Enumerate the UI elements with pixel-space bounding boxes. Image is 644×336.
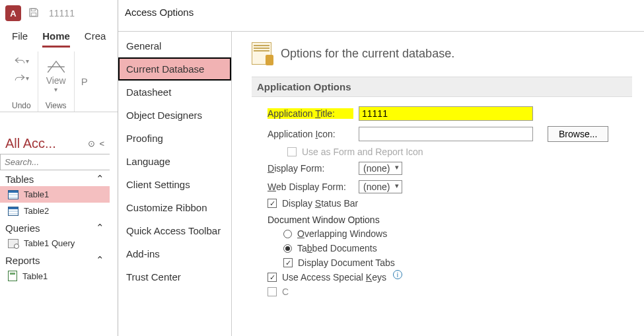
category-client-settings[interactable]: Client Settings <box>118 173 231 196</box>
tab-home[interactable]: Home <box>42 28 70 48</box>
category-trust-center[interactable]: Trust Center <box>118 265 231 288</box>
nav-dropdown-icon[interactable]: ⊙ <box>88 139 95 149</box>
report-icon <box>8 271 17 281</box>
ribbon-group-views: View ▾ Views <box>38 51 75 112</box>
category-current-database[interactable]: Current Database <box>118 57 231 81</box>
nav-section-queries[interactable]: Queries⌃ <box>0 219 110 235</box>
nav-item-table2[interactable]: Table2 <box>0 203 110 219</box>
display-form-label: Display Form: <box>268 163 353 174</box>
collapse-icon[interactable]: ⌃ <box>96 222 104 234</box>
ribbon-group-label: Views <box>46 100 67 112</box>
table-icon <box>8 190 18 199</box>
ribbon-group-label: Undo <box>12 100 31 112</box>
nav-item-query1[interactable]: Table1 Query <box>0 235 110 252</box>
options-category-list: General Current Database Datasheet Objec… <box>118 31 232 336</box>
web-display-form-select[interactable]: (none) <box>359 180 402 193</box>
collapse-icon[interactable]: ⌃ <box>96 254 104 266</box>
compact-cutoff-row[interactable]: C <box>252 285 632 299</box>
overlapping-windows-radio[interactable] <box>283 230 292 238</box>
database-icon <box>252 42 271 65</box>
overlapping-windows-row[interactable]: Overlapping Windows <box>252 226 632 241</box>
browse-button[interactable]: Browse... <box>548 126 608 142</box>
app-icon-label: Application Icon: <box>268 129 353 139</box>
svg-rect-1 <box>31 13 36 16</box>
tabbed-documents-row[interactable]: Tabbed Documents <box>252 241 632 255</box>
search-input[interactable] <box>1 154 120 170</box>
access-app-icon: A <box>5 5 21 21</box>
special-keys-checkbox[interactable] <box>268 273 277 282</box>
nav-search[interactable] <box>0 154 110 170</box>
tab-file[interactable]: File <box>12 28 28 48</box>
display-status-bar-checkbox[interactable] <box>268 199 277 208</box>
tabbed-documents-radio[interactable] <box>283 244 292 253</box>
display-doc-tabs-checkbox[interactable] <box>283 258 293 267</box>
nav-item-table1[interactable]: Table1 <box>0 186 110 203</box>
chevron-down-icon: ▾ <box>54 86 57 93</box>
display-status-bar-row[interactable]: Display Status Bar <box>252 196 632 211</box>
category-qat[interactable]: Quick Access Toolbar <box>118 219 231 242</box>
dialog-title: Access Options <box>118 0 644 31</box>
category-language[interactable]: Language <box>118 150 231 173</box>
category-general[interactable]: General <box>118 34 231 57</box>
special-keys-row[interactable]: Use Access Special Keys i <box>252 270 632 285</box>
access-options-dialog: Access Options General Current Database … <box>118 0 644 336</box>
table-icon <box>8 207 18 216</box>
use-as-form-icon-checkbox <box>287 147 297 156</box>
chevron-down-icon[interactable]: ▾ <box>26 57 29 65</box>
document-title: 11111 <box>46 8 75 18</box>
view-button[interactable]: View ▾ <box>45 53 67 93</box>
info-icon[interactable]: i <box>393 270 402 279</box>
category-object-designers[interactable]: Object Designers <box>118 104 231 127</box>
use-as-form-icon-row: Use as Form and Report Icon <box>252 145 632 159</box>
app-title-input[interactable] <box>359 106 533 121</box>
section-application-options: Application Options <box>252 77 632 97</box>
query-icon <box>8 239 18 248</box>
save-icon[interactable] <box>28 7 40 20</box>
options-header: Options for the current database. <box>281 47 454 61</box>
display-doc-tabs-row[interactable]: Display Document Tabs <box>252 255 632 270</box>
navigation-pane: All Acc... ⊙ < Tables⌃ Table1 Table2 Que… <box>0 133 110 285</box>
category-proofing[interactable]: Proofing <box>118 127 231 150</box>
nav-section-reports[interactable]: Reports⌃ <box>0 252 110 267</box>
app-title-label: Application Title: <box>268 108 353 119</box>
tab-create[interactable]: Crea <box>85 28 106 48</box>
collapse-icon[interactable]: ⌃ <box>96 173 104 185</box>
category-addins[interactable]: Add-ins <box>118 242 231 265</box>
redo-button[interactable]: ▾ <box>12 70 30 86</box>
category-customize-ribbon[interactable]: Customize Ribbon <box>118 196 231 219</box>
options-content: Options for the current database. Applic… <box>232 31 644 336</box>
category-datasheet[interactable]: Datasheet <box>118 81 231 104</box>
nav-title[interactable]: All Acc... <box>5 136 56 151</box>
undo-button[interactable]: ▾ <box>12 53 30 69</box>
chevron-down-icon[interactable]: ▾ <box>26 75 29 82</box>
app-icon-input[interactable] <box>359 127 533 141</box>
nav-collapse-icon[interactable]: < <box>99 139 104 149</box>
nav-item-report1[interactable]: Table1 <box>0 267 110 285</box>
web-display-form-label: Web Display Form: <box>268 182 353 192</box>
nav-section-tables[interactable]: Tables⌃ <box>0 170 110 186</box>
clipboard-partial: P <box>75 76 88 87</box>
ribbon-group-undo: ▾ ▾ Undo <box>5 51 38 112</box>
compact-checkbox[interactable] <box>268 287 277 296</box>
display-form-select[interactable]: (none) <box>359 162 402 175</box>
doc-window-options-label: Document Window Options <box>252 211 632 226</box>
